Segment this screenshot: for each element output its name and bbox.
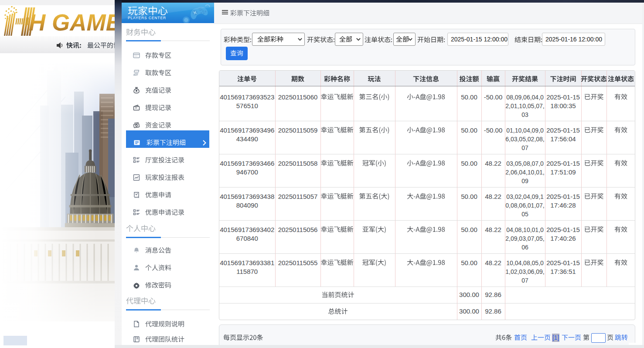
svg-text:H GAME: H GAME bbox=[29, 10, 115, 35]
